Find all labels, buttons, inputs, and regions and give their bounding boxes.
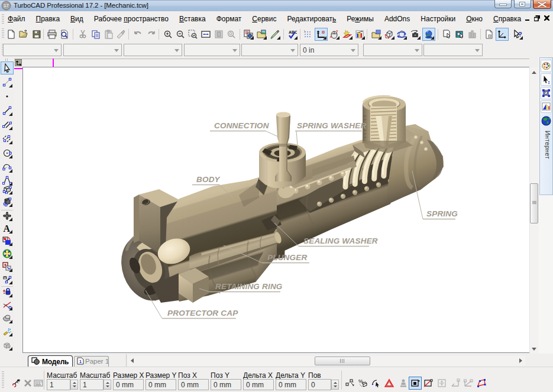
svg-text:SEALING WASHER: SEALING WASHER — [303, 237, 378, 245]
svg-text:PLUNGER: PLUNGER — [267, 253, 307, 262]
svg-text:BODY: BODY — [196, 175, 221, 184]
svg-text:PROTECTOR CAP: PROTECTOR CAP — [167, 309, 238, 318]
svg-text:SPRING WASHER: SPRING WASHER — [297, 121, 366, 130]
svg-text:RETAINING RING: RETAINING RING — [215, 282, 283, 291]
svg-text:1: 1 — [79, 359, 82, 364]
svg-text:SPRING: SPRING — [426, 209, 458, 218]
svg-text:CONNECTION: CONNECTION — [214, 121, 269, 130]
